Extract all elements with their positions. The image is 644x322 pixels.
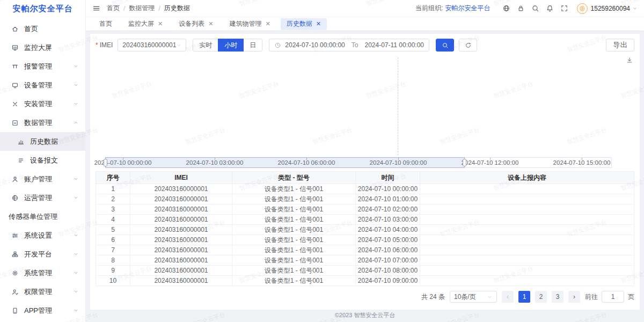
sidebar-item-sensor-unit-mgmt[interactable]: 传感器单位管理 — [0, 207, 85, 226]
tab-device-list[interactable]: 设备列表✕ — [173, 18, 219, 30]
table-cell: 设备类型1 - 信号001 — [232, 255, 356, 266]
avatar[interactable] — [577, 3, 588, 14]
close-icon[interactable]: ✕ — [265, 21, 270, 27]
imei-select[interactable]: 202403160000001 — [118, 39, 186, 52]
account-mgmt-icon — [11, 175, 19, 184]
main-panel: * IMEI 202403160000001 实时小时日 2024-07-10 … — [90, 34, 640, 310]
sidebar-item-system-mgmt[interactable]: 系统管理 — [0, 264, 85, 282]
table-cell — [420, 204, 634, 215]
search-icon[interactable] — [528, 4, 543, 12]
close-icon[interactable]: ✕ — [316, 21, 321, 27]
table-row[interactable]: 8202403160000001设备类型1 - 信号0012024-07-10 … — [96, 255, 634, 266]
sidebar-item-data-mgmt[interactable]: 数据管理 — [0, 113, 85, 132]
time-mode-button[interactable]: 实时 — [193, 39, 218, 52]
chevron-down-icon — [73, 101, 79, 107]
date-end-value[interactable]: 2024-07-11 00:00:00 — [364, 41, 424, 49]
refresh-button[interactable] — [459, 39, 477, 52]
close-icon[interactable]: ✕ — [158, 21, 163, 27]
page-size-select[interactable]: 10条/页 — [450, 291, 497, 303]
tab-label: 历史数据 — [287, 19, 312, 28]
sidebar-item-label: APP管理 — [24, 306, 73, 316]
sidebar-item-operation-mgmt[interactable]: 运营管理 — [0, 188, 85, 207]
close-icon[interactable]: ✕ — [208, 21, 213, 27]
time-mode-button[interactable]: 小时 — [218, 39, 244, 52]
language-icon[interactable] — [499, 4, 514, 12]
table-row[interactable]: 2202403160000001设备类型1 - 信号0012024-07-10 … — [96, 194, 634, 204]
tab-label: 建筑物管理 — [229, 19, 261, 28]
sidebar-item-account-mgmt[interactable]: 账户管理 — [0, 170, 85, 188]
tab-home[interactable]: 首页 — [93, 18, 118, 30]
datazoom-slider[interactable] — [105, 157, 612, 168]
fullscreen-icon[interactable] — [557, 4, 572, 12]
sidebar-item-system-settings[interactable]: 系统设置 — [0, 226, 85, 245]
sidebar-item-permission-mgmt[interactable]: 权限管理 — [0, 282, 85, 301]
sidebar-item-dev-platform[interactable]: 开发平台 — [0, 245, 85, 264]
datazoom-selection[interactable] — [105, 157, 465, 168]
clock-icon — [274, 42, 281, 49]
table-cell: 设备类型1 - 信号001 — [232, 225, 356, 235]
date-range-picker[interactable]: 2024-07-10 00:00:00 To 2024-07-11 00:00:… — [269, 39, 429, 52]
current-org-label: 当前组织: — [415, 4, 443, 13]
sidebar-item-device-mgmt[interactable]: 设备管理 — [0, 76, 85, 94]
chevron-down-icon — [73, 176, 79, 182]
chevron-down-icon[interactable] — [632, 6, 638, 11]
page-number-button[interactable]: 2 — [535, 291, 547, 303]
chevron-down-icon — [487, 294, 493, 300]
table-cell: 1 — [96, 184, 130, 194]
breadcrumb-item[interactable]: 数据管理 — [129, 4, 155, 13]
tab-monitor-screen[interactable]: 监控大屏✕ — [122, 18, 169, 30]
page-number-button[interactable]: 1 — [518, 291, 530, 303]
monitor-screen-icon — [11, 43, 19, 52]
sidebar-item-label: 监控大屏 — [24, 43, 79, 53]
table-cell: 202403160000001 — [130, 235, 232, 245]
breadcrumb-item[interactable]: 首页 — [107, 4, 120, 13]
datazoom-handle-right[interactable] — [463, 159, 466, 166]
sidebar-item-label: 报警管理 — [24, 62, 73, 71]
table-row[interactable]: 4202403160000001设备类型1 - 信号0012024-07-10 … — [96, 215, 634, 225]
sidebar-item-label: 运营管理 — [24, 193, 73, 203]
sidebar-item-alarm-mgmt[interactable]: 报警管理 — [0, 57, 85, 76]
topbar: 首页/数据管理/历史数据 当前组织: 安帕尔安全平台 15259260094 — [86, 0, 644, 17]
page-number-button[interactable]: 3 — [552, 291, 564, 303]
sidebar-item-install-mgmt[interactable]: 安装管理 — [0, 94, 85, 113]
table-cell: 2024-07-10 02:00:00 — [356, 204, 420, 215]
table-cell: 设备类型1 - 信号001 — [232, 276, 356, 286]
lock-icon[interactable] — [514, 4, 528, 12]
next-page-button[interactable]: › — [568, 291, 580, 303]
date-start-value[interactable]: 2024-07-10 00:00:00 — [285, 41, 345, 49]
sidebar-item-label: 设备管理 — [24, 80, 73, 90]
sidebar-item-device-message[interactable]: 设备报文 — [0, 151, 85, 170]
sidebar-item-history-data[interactable]: 历史数据 — [0, 132, 85, 151]
history-data-table: 序号IMEI类型 - 型号时间设备上报内容 1202403160000001设备… — [96, 171, 634, 286]
search-button[interactable] — [436, 39, 454, 52]
table-cell: 2024-07-10 07:00:00 — [356, 255, 420, 266]
user-phone[interactable]: 15259260094 — [591, 5, 630, 12]
prev-page-button[interactable]: ‹ — [502, 291, 514, 303]
table-row[interactable]: 10202403160000001设备类型1 - 信号0012024-07-10… — [96, 276, 634, 286]
export-button[interactable]: 导出 — [606, 39, 634, 52]
table-row[interactable]: 6202403160000001设备类型1 - 信号0012024-07-10 … — [96, 235, 634, 245]
operation-mgmt-icon — [11, 194, 19, 202]
time-mode-button[interactable]: 日 — [243, 39, 262, 52]
sidebar-item-home[interactable]: 首页 — [0, 19, 85, 38]
hamburger-menu-icon[interactable] — [92, 4, 100, 12]
tab-building-mgmt[interactable]: 建筑物管理✕ — [223, 18, 276, 30]
sidebar-item-app-mgmt[interactable]: APP管理 — [0, 301, 85, 320]
goto-page-input[interactable] — [602, 291, 624, 303]
table-cell: 202403160000001 — [130, 245, 232, 255]
table-cell — [420, 235, 634, 245]
table-row[interactable]: 3202403160000001设备类型1 - 信号0012024-07-10 … — [96, 204, 634, 215]
table-cell: 2024-07-10 00:00:00 — [356, 184, 420, 194]
download-chart-icon[interactable] — [626, 56, 633, 65]
table-row[interactable]: 1202403160000001设备类型1 - 信号0012024-07-10 … — [96, 184, 634, 194]
goto-unit-label: 页 — [628, 292, 634, 302]
bell-icon[interactable] — [543, 4, 557, 12]
device-mgmt-icon — [11, 81, 19, 90]
table-row[interactable]: 9202403160000001设备类型1 - 信号0012024-07-10 … — [96, 266, 634, 276]
sidebar-item-monitor-screen[interactable]: 监控大屏 — [0, 38, 85, 57]
tab-history-data[interactable]: 历史数据✕ — [281, 18, 327, 30]
current-org-value[interactable]: 安帕尔安全平台 — [445, 4, 491, 13]
table-row[interactable]: 7202403160000001设备类型1 - 信号0012024-07-10 … — [96, 245, 634, 255]
table-row[interactable]: 5202403160000001设备类型1 - 信号0012024-07-10 … — [96, 225, 634, 235]
datazoom-handle-left[interactable] — [104, 159, 107, 166]
